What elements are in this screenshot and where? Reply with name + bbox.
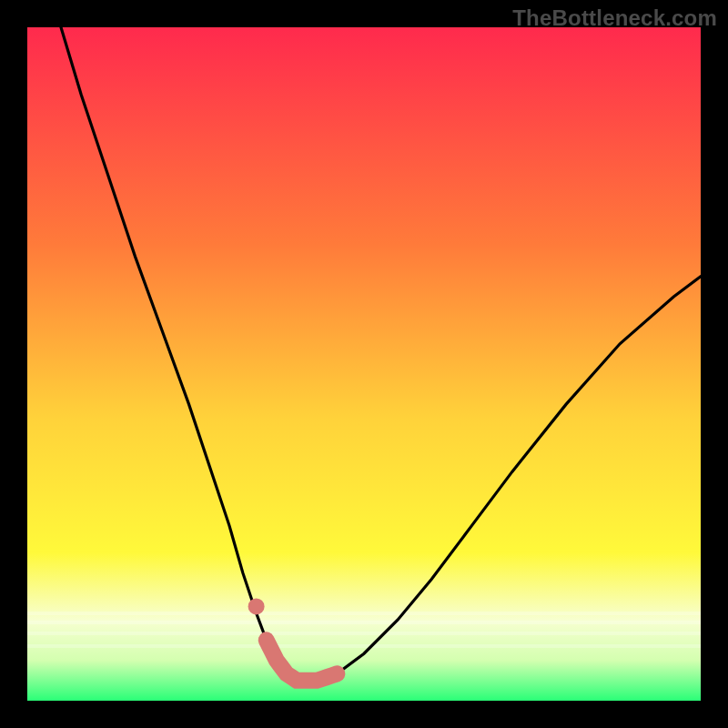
chart-svg [27,27,701,701]
svg-rect-2 [27,632,701,635]
plot-area [27,27,701,701]
gradient-bg [27,27,701,701]
svg-rect-0 [27,612,701,615]
chart-frame: TheBottleneck.com [0,0,728,728]
svg-rect-3 [27,644,701,648]
left-dot-marker [248,598,265,614]
watermark-text: TheBottleneck.com [512,5,717,31]
svg-rect-1 [27,621,701,624]
